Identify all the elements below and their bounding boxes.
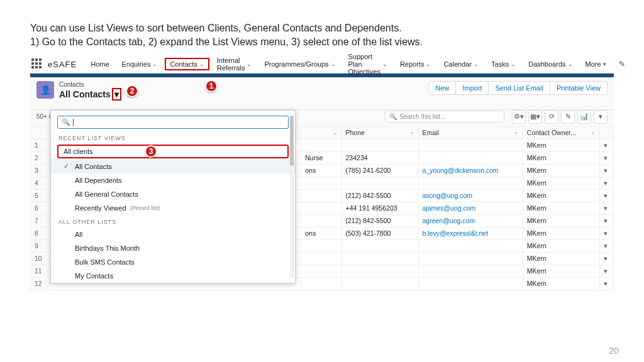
nav-support-plan[interactable]: Support Plan Objectives⌄ [343, 50, 392, 78]
nav-internal-referrals[interactable]: Internal Referrals⌄ [212, 54, 257, 74]
chevron-down-icon: ⌄ [511, 61, 516, 67]
contacts-object-icon: 👤 [36, 81, 54, 99]
row-menu-icon[interactable]: ▾ [599, 277, 613, 290]
cell-phone [341, 252, 418, 265]
nav-home[interactable]: Home [86, 58, 114, 70]
row-number: 11 [31, 265, 50, 277]
nav-enquiries[interactable]: Enquiries⌄ [117, 58, 163, 70]
col-phone[interactable]: Phone⌄ [341, 126, 418, 139]
new-button[interactable]: New [428, 81, 456, 95]
printable-view-button[interactable]: Printable View [550, 81, 608, 95]
app-name: eSAFE [48, 60, 77, 69]
callout-badge-3: 3 [145, 145, 157, 158]
dropdown-scrollbar-thumb[interactable] [290, 116, 294, 166]
row-number: 5 [31, 189, 50, 202]
list-view-option[interactable]: ✓All Contacts [51, 159, 295, 173]
all-other-lists-label: ALL OTHER LISTS [51, 215, 295, 228]
list-view-option[interactable]: Recently Viewed (Pinned list) [51, 201, 295, 215]
row-menu-icon[interactable]: ▾ [599, 139, 613, 151]
object-label: Contacts [59, 81, 136, 88]
cell-email: b.levy@expressl&t.net [418, 227, 523, 239]
callout-badge-1: 1 [205, 80, 218, 92]
chevron-down-icon: ⌄ [247, 61, 252, 67]
recent-list-views-label: RECENT LIST VIEWS [51, 131, 295, 144]
search-icon: 🔍 [62, 118, 70, 126]
cell-owner: MKern [523, 189, 599, 202]
filter-icon[interactable]: ▾ [594, 110, 608, 124]
app-launcher-icon[interactable] [31, 58, 42, 70]
row-menu-icon[interactable]: ▾ [599, 239, 613, 252]
cell-email [418, 151, 523, 164]
list-view-option[interactable]: My Contacts [51, 269, 295, 283]
header-actions: New Import Send List Email Printable Vie… [428, 81, 608, 95]
cell-owner: MKern [523, 151, 599, 164]
row-number: 3 [31, 164, 50, 177]
row-menu-icon[interactable]: ▾ [599, 177, 613, 189]
row-menu-icon[interactable]: ▾ [599, 252, 613, 265]
nav-dashboards[interactable]: Dashboards⌄ [523, 58, 577, 70]
row-number: 6 [31, 202, 50, 214]
row-menu-icon[interactable]: ▾ [599, 164, 613, 177]
cell-email: a_young@dickenson.com [418, 164, 523, 177]
cell-owner: MKern [523, 177, 599, 189]
chart-icon[interactable]: 📊 [577, 110, 591, 124]
nav-calendar[interactable]: Calendar⌄ [438, 58, 484, 70]
list-view-option[interactable]: All clients [57, 145, 289, 158]
import-button[interactable]: Import [456, 81, 489, 95]
cell-phone: (503) 421-7800 [341, 227, 418, 239]
list-view-option[interactable]: All General Contacts [51, 187, 295, 201]
cell-phone [341, 139, 418, 151]
list-view-option[interactable]: Birthdays This Month [51, 241, 295, 255]
caret-down-icon: ▾ [603, 61, 606, 67]
row-menu-icon[interactable]: ▾ [599, 227, 613, 239]
list-settings-icon[interactable]: ⚙▾ [512, 110, 526, 124]
chevron-down-icon: ⌄ [331, 61, 336, 67]
nav-tasks[interactable]: Tasks⌄ [486, 58, 521, 70]
list-header: 👤 Contacts All Contacts ▾ 📌 New Import S… [30, 77, 614, 110]
cell-email [418, 265, 523, 277]
cell-owner: MKern [523, 227, 599, 239]
slide-page-number: 20 [609, 346, 619, 356]
cell-owner: MKern [523, 277, 599, 290]
cell-owner: MKern [523, 139, 599, 151]
row-number: 4 [31, 177, 50, 189]
row-menu-icon[interactable]: ▾ [599, 189, 613, 202]
col-email[interactable]: Email⌄ [418, 126, 523, 139]
edit-nav-icon[interactable]: ✎ [619, 60, 625, 69]
nav-contacts[interactable]: Contacts⌄ [165, 58, 209, 70]
cell-email [418, 252, 523, 265]
cell-owner: MKern [523, 164, 599, 177]
list-view-search-input[interactable]: 🔍 [57, 116, 289, 129]
edit-list-icon[interactable]: ✎ [561, 110, 575, 124]
chevron-down-icon: ⌄ [568, 61, 573, 67]
row-menu-icon[interactable]: ▾ [599, 202, 613, 214]
search-icon: 🔍 [389, 113, 397, 120]
list-view-option[interactable]: All Dependents [51, 173, 295, 187]
cell-email: ajames@uog.com [418, 202, 523, 214]
send-list-email-button[interactable]: Send List Email [489, 81, 550, 95]
nav-programmes[interactable]: Programmes/Groups⌄ [259, 58, 340, 70]
chevron-down-icon: ⌄ [382, 61, 387, 67]
row-menu-icon[interactable]: ▾ [599, 265, 613, 277]
nav-reports[interactable]: Reports⌄ [395, 58, 436, 70]
list-view-dropdown-icon[interactable]: ▾ [112, 88, 121, 101]
cell-email: agreen@uog.com [418, 214, 523, 227]
col-owner[interactable]: Contact Owner...⌄ [523, 126, 599, 139]
display-as-icon[interactable]: ▦▾ [528, 110, 542, 124]
cell-owner: MKern [523, 252, 599, 265]
search-list-input[interactable]: 🔍 Search this list... [385, 111, 504, 123]
cell-email [418, 239, 523, 252]
list-view-option[interactable]: All [51, 228, 295, 241]
cell-phone: (785) 241-6200 [341, 164, 418, 177]
row-menu-icon[interactable]: ▾ [599, 214, 613, 227]
chevron-down-icon: ⌄ [199, 61, 204, 67]
list-view-option[interactable]: Bulk SMS Contacts [51, 255, 295, 269]
cell-owner: MKern [523, 214, 599, 227]
row-menu-icon[interactable]: ▾ [599, 151, 613, 164]
cell-owner: MKern [523, 202, 599, 214]
cell-phone [341, 277, 418, 290]
list-view-title[interactable]: All Contacts ▾ 📌 [59, 88, 136, 101]
refresh-icon[interactable]: ⟳ [545, 110, 558, 124]
nav-more[interactable]: More▾ [580, 58, 611, 70]
chevron-down-icon: ⌄ [426, 61, 431, 67]
